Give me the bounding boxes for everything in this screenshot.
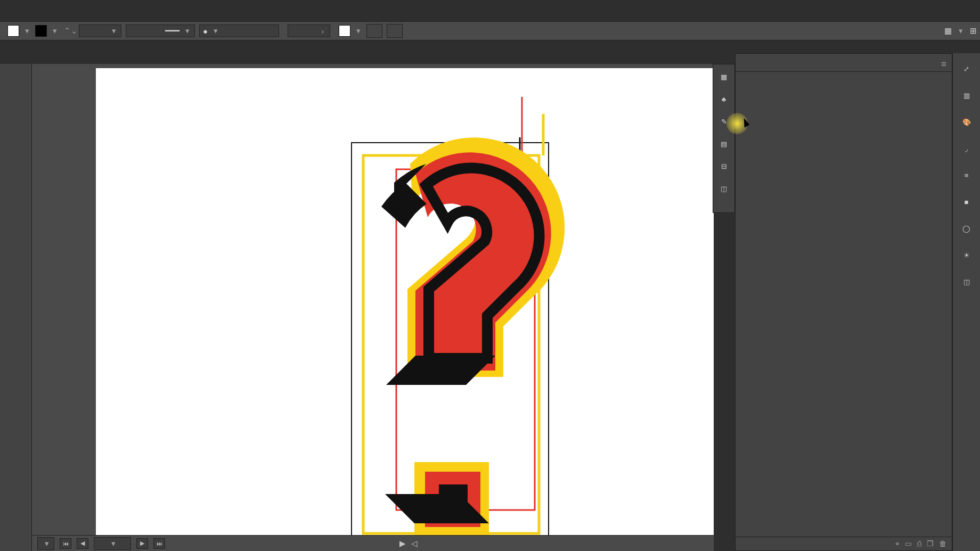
color-icon[interactable]: 🎨 xyxy=(960,115,974,129)
right-dock[interactable]: ⤢ ▥ 🎨 ◞ ≡ ■ ◯ ☀ ◫ xyxy=(952,53,980,551)
layers-footer: ⌖ ▭ ⎙ ❐ 🗑 xyxy=(736,537,952,550)
canvas[interactable] xyxy=(32,64,714,535)
status-bar: ▾ ⏮ ◀ ▾ ▶ ⏭ ▶ ◁ xyxy=(32,535,714,551)
style-swatch[interactable] xyxy=(339,25,350,37)
symbols-icon[interactable]: ♣ xyxy=(717,92,731,106)
collapsed-dock[interactable]: ▦ ♣ ✎ ▤ ⊟ ◫ xyxy=(713,64,735,213)
panel-menu-icon[interactable]: ≡ xyxy=(941,59,946,70)
artboard[interactable] xyxy=(96,68,714,535)
align-panel-icon[interactable]: ▤ xyxy=(717,137,731,151)
transform-panel-icon[interactable]: ⊟ xyxy=(717,159,731,173)
next-artboard-button[interactable]: ▶ xyxy=(136,538,148,549)
transparency-icon[interactable]: ◯ xyxy=(960,221,974,235)
make-clip-icon[interactable]: ▭ xyxy=(905,539,912,548)
document-tabs xyxy=(36,48,714,64)
locate-object-icon[interactable]: ⌖ xyxy=(895,539,900,548)
svg-rect-8 xyxy=(439,484,468,513)
libraries-icon[interactable]: ▥ xyxy=(960,88,974,102)
curvature-icon[interactable]: ◞ xyxy=(960,142,974,155)
last-artboard-button[interactable]: ⏭ xyxy=(153,538,165,549)
tool-panel xyxy=(0,64,32,551)
transform-icon[interactable]: ⊞ xyxy=(970,26,977,36)
layers-list[interactable] xyxy=(736,72,952,537)
prev-artboard-button[interactable]: ◀ xyxy=(77,538,88,549)
presentation-overlay xyxy=(0,6,980,22)
layers-header[interactable]: ≡ xyxy=(736,54,952,72)
play-icon[interactable]: ▶ xyxy=(399,539,406,548)
artwork xyxy=(96,68,714,535)
chevron-down-icon[interactable]: ▾ xyxy=(23,27,31,35)
pathfinder-icon[interactable]: ◫ xyxy=(717,182,731,195)
preferences-button[interactable] xyxy=(387,24,403,38)
stroke-panel-icon[interactable]: ≡ xyxy=(960,168,974,182)
align-icon[interactable]: ▦ xyxy=(944,26,952,36)
appearance-icon[interactable]: ☀ xyxy=(960,248,974,262)
fill-swatch[interactable] xyxy=(7,25,19,37)
gradient-icon[interactable]: ■ xyxy=(960,195,974,209)
opacity-field[interactable]: › xyxy=(288,24,330,37)
new-layer-icon[interactable]: ❐ xyxy=(927,539,934,548)
stroke-weight-field[interactable]: ▾ xyxy=(79,24,121,37)
document-setup-button[interactable] xyxy=(366,24,382,38)
swatches-icon[interactable]: ▦ xyxy=(717,70,731,84)
chevron-down-icon[interactable]: ▾ xyxy=(355,27,362,35)
stop-icon[interactable]: ◁ xyxy=(411,539,418,548)
first-artboard-button[interactable]: ⏮ xyxy=(60,538,71,549)
new-sublayer-icon[interactable]: ⎙ xyxy=(917,539,921,548)
layers-panel: ≡ ⌖ ▭ ⎙ ❐ 🗑 xyxy=(735,53,952,551)
stroke-profile-field[interactable]: ━━━ ▾ xyxy=(126,24,195,37)
graphic-styles-icon[interactable]: ◫ xyxy=(960,275,974,289)
control-bar: ▾ ▾ ⌃⌄ ▾ ━━━ ▾ ● ▾ › ▾ ▦▾ ⊞ xyxy=(0,21,980,40)
zoom-field[interactable]: ▾ xyxy=(37,537,54,550)
delete-layer-icon[interactable]: 🗑 xyxy=(939,539,946,548)
stepper-icon[interactable]: ⌃⌄ xyxy=(67,27,75,35)
stroke-swatch[interactable] xyxy=(35,25,47,37)
artboard-number-field[interactable]: ▾ xyxy=(94,537,131,550)
brush-field[interactable]: ● ▾ xyxy=(199,24,279,37)
properties-icon[interactable]: ⤢ xyxy=(960,62,974,76)
chevron-down-icon[interactable]: ▾ xyxy=(51,27,59,35)
